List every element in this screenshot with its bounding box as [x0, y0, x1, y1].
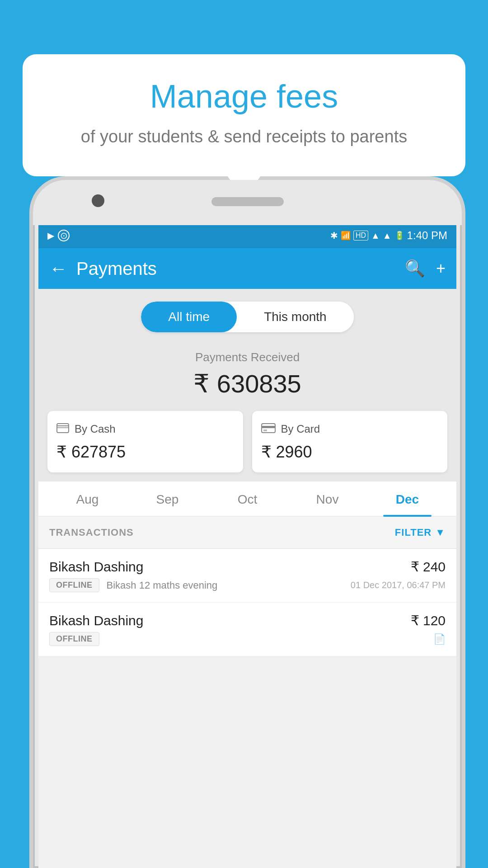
circle-icon: ⊙ — [58, 230, 70, 241]
status-time: 1:40 PM — [407, 229, 447, 242]
phone-hardware — [33, 180, 462, 225]
phone-volume-button — [464, 270, 465, 307]
card-label: By Card — [281, 423, 320, 435]
bluetooth-icon: ✱ — [330, 230, 338, 241]
payments-amount: ₹ 630835 — [47, 369, 447, 398]
card-card-header: By Card — [261, 422, 439, 436]
phone-power-button — [464, 320, 465, 356]
bubble-title: Manage fees — [50, 77, 438, 116]
page-title: Payments — [76, 259, 396, 279]
play-icon: ▶ — [47, 230, 54, 241]
speech-bubble: Manage fees of your students & send rece… — [23, 54, 465, 176]
svg-rect-5 — [263, 429, 267, 431]
doc-icon: 📄 — [433, 633, 446, 645]
back-button[interactable]: ← — [49, 259, 67, 279]
transaction-row-2: Bikash Dashing ₹ 120 OFFLINE 📄 — [38, 603, 456, 656]
filter-button[interactable]: FILTER ▼ — [395, 527, 446, 538]
status-icons-right: ✱ 📶 HD ▲ ▲ 🔋 1:40 PM — [330, 229, 447, 242]
cards-row: By Cash ₹ 627875 By Card ₹ 2960 — [38, 411, 456, 481]
cash-card-header: By Cash — [56, 422, 234, 436]
transaction-detail-1: Bikash 12 maths evening — [107, 580, 218, 591]
offline-badge-2: OFFLINE — [49, 632, 99, 646]
transaction-name-2: Bikash Dashing — [49, 613, 143, 628]
svg-rect-4 — [262, 426, 275, 428]
payments-section: Payments Received ₹ 630835 — [38, 341, 456, 411]
all-time-button[interactable]: All time — [141, 302, 237, 332]
transaction-amount-2: ₹ 120 — [411, 613, 446, 628]
transaction-row-1: Bikash Dashing ₹ 240 OFFLINE Bikash 12 m… — [38, 549, 456, 603]
toggle-pill: All time This month — [141, 302, 353, 332]
cash-amount: ₹ 627875 — [56, 443, 234, 462]
transactions-label: TRANSACTIONS — [49, 527, 134, 538]
transaction-top-2: Bikash Dashing ₹ 120 — [49, 613, 446, 628]
phone-camera — [92, 194, 104, 207]
status-icons-left: ▶ ⊙ — [47, 230, 70, 241]
transaction-amount-1: ₹ 240 — [411, 559, 446, 575]
transaction-top-1: Bikash Dashing ₹ 240 — [49, 559, 446, 575]
month-tabs: Aug Sep Oct Nov Dec — [38, 481, 456, 517]
offline-badge-1: OFFLINE — [49, 578, 99, 592]
transaction-name-1: Bikash Dashing — [49, 559, 143, 575]
add-button[interactable]: + — [436, 259, 446, 278]
this-month-button[interactable]: This month — [237, 302, 354, 332]
battery-icon: 🔋 — [394, 231, 404, 241]
filter-label: FILTER — [395, 527, 432, 538]
card-card: By Card ₹ 2960 — [252, 411, 448, 472]
transaction-date-1: 01 Dec 2017, 06:47 PM — [351, 580, 446, 590]
tab-aug[interactable]: Aug — [47, 481, 127, 516]
bubble-subtitle: of your students & send receipts to pare… — [50, 125, 438, 149]
app-bar: ← Payments 🔍 + — [38, 248, 456, 289]
svg-rect-0 — [57, 424, 69, 433]
tab-sep[interactable]: Sep — [127, 481, 207, 516]
card-icon — [261, 422, 276, 436]
wifi-icon: ▲ — [371, 231, 380, 241]
transaction-bottom-1: OFFLINE Bikash 12 maths evening 01 Dec 2… — [49, 578, 446, 592]
cash-card: By Cash ₹ 627875 — [47, 411, 243, 472]
status-bar: ▶ ⊙ ✱ 📶 HD ▲ ▲ 🔋 1:40 PM — [38, 223, 456, 248]
transaction-bottom-2: OFFLINE 📄 — [49, 632, 446, 646]
phone-screen: ▶ ⊙ ✱ 📶 HD ▲ ▲ 🔋 1:40 PM ← Payments 🔍 + — [38, 223, 456, 868]
card-amount: ₹ 2960 — [261, 443, 439, 462]
payments-label: Payments Received — [47, 350, 447, 364]
tab-oct[interactable]: Oct — [207, 481, 287, 516]
phone-speaker — [211, 197, 284, 206]
transactions-header: TRANSACTIONS FILTER ▼ — [38, 517, 456, 549]
hd-badge: HD — [353, 231, 368, 241]
search-button[interactable]: 🔍 — [405, 259, 425, 278]
cash-label: By Cash — [75, 423, 116, 435]
tab-nov[interactable]: Nov — [287, 481, 367, 516]
toggle-row: All time This month — [38, 289, 456, 341]
tab-dec[interactable]: Dec — [367, 481, 447, 516]
cash-icon — [56, 422, 69, 436]
signal2-icon: ▲ — [383, 231, 392, 241]
phone-frame: ▶ ⊙ ✱ 📶 HD ▲ ▲ 🔋 1:40 PM ← Payments 🔍 + — [29, 176, 465, 868]
filter-icon: ▼ — [435, 527, 446, 538]
signal-icon: 📶 — [341, 231, 351, 241]
app-bar-actions: 🔍 + — [405, 259, 446, 278]
